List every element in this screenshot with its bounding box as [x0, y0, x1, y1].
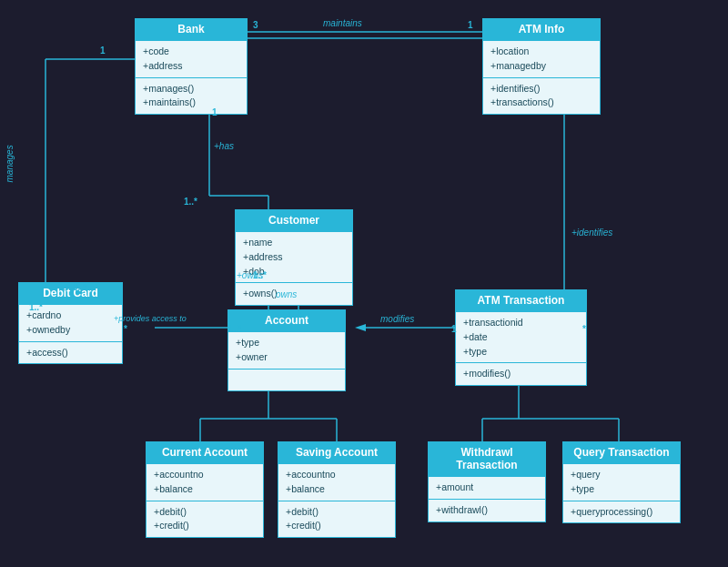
current-account-section1: +accountno+balance: [147, 463, 263, 501]
owns2-label: owns: [276, 289, 297, 299]
atm-transaction-box: ATM Transaction +transactionid+date+type…: [455, 289, 587, 386]
bank-section1: +code+address: [136, 40, 247, 77]
saving-account-section1: +accountno+balance: [278, 463, 395, 501]
mult-customer-account-1: 1..*: [253, 270, 267, 280]
diagram-container: Bank +code+address +manages()+maintains(…: [0, 0, 728, 567]
withdrawl-transaction-section2: +withdrawl(): [429, 499, 545, 521]
mult-account-debit: 1..*: [228, 324, 241, 334]
saving-account-section2: +debit()+credit(): [278, 501, 395, 538]
atm-info-title: ATM Info: [483, 19, 600, 40]
mult-manages-1: 1: [100, 46, 106, 56]
mult-atm-trans-1: 1: [451, 324, 457, 334]
account-section1: +type+owner: [228, 331, 345, 369]
atm-info-box: ATM Info +location+managedby +identifies…: [482, 18, 601, 115]
mult-bank-atm-bank: 3: [253, 20, 258, 30]
identifies-label: +identifies: [571, 228, 612, 238]
mult-debit-1: *: [124, 324, 127, 334]
query-transaction-title: Query Transaction: [563, 442, 680, 463]
saving-account-title: Saving Account: [278, 442, 395, 463]
account-section2: [228, 369, 345, 391]
maintains-label: maintains: [323, 18, 362, 28]
atm-info-section1: +location+managedby: [483, 40, 600, 77]
query-transaction-section2: +queryprocessing(): [563, 501, 680, 523]
current-account-section2: +debit()+credit(): [147, 501, 263, 538]
has-label: +has: [214, 141, 234, 151]
debit-card-box: Debit Card +cardno+ownedby +access(): [18, 282, 123, 364]
bank-title: Bank: [136, 19, 247, 40]
debit-card-title: Debit Card: [19, 283, 122, 304]
mult-manages-2: 1..*: [29, 302, 43, 312]
debit-card-section2: +access(): [19, 341, 122, 364]
provides-access-label: +provides access to: [114, 314, 187, 323]
current-account-title: Current Account: [147, 442, 263, 463]
manages-label: manages: [5, 145, 15, 182]
customer-title: Customer: [236, 210, 352, 231]
account-box: Account +type+owner: [228, 309, 346, 391]
current-account-box: Current Account +accountno+balance +debi…: [146, 441, 264, 538]
mult-customer-account-2: 1..*: [288, 309, 301, 319]
saving-account-box: Saving Account +accountno+balance +debit…: [278, 441, 396, 538]
withdrawl-transaction-section1: +amount: [429, 476, 545, 499]
withdrawl-transaction-title: WithdrawlTransaction: [429, 442, 545, 476]
bank-section2: +manages()+maintains(): [136, 77, 247, 115]
modifies-label: modifies: [380, 314, 414, 324]
mult-bank-atm-atm: 1: [468, 20, 473, 30]
mult-bank-customer-bank: 1: [212, 107, 217, 117]
account-title: Account: [228, 310, 345, 331]
mult-debit-0: 0..*: [73, 282, 86, 292]
atm-transaction-section2: +modifies(): [456, 362, 586, 385]
atm-info-section2: +identifies()+transactions(): [483, 77, 600, 115]
bank-box: Bank +code+address +manages()+maintains(…: [135, 18, 248, 115]
query-transaction-section1: +query+type: [563, 463, 680, 501]
mult-atm-trans-2: *: [582, 324, 586, 334]
query-transaction-box: Query Transaction +query+type +queryproc…: [562, 441, 681, 523]
mult-bank-customer-cust: 1..*: [184, 197, 197, 207]
atm-transaction-title: ATM Transaction: [456, 290, 586, 311]
atm-transaction-section1: +transactionid+date+type: [456, 311, 586, 362]
svg-marker-13: [355, 324, 366, 331]
withdrawl-transaction-box: WithdrawlTransaction +amount +withdrawl(…: [428, 441, 546, 522]
